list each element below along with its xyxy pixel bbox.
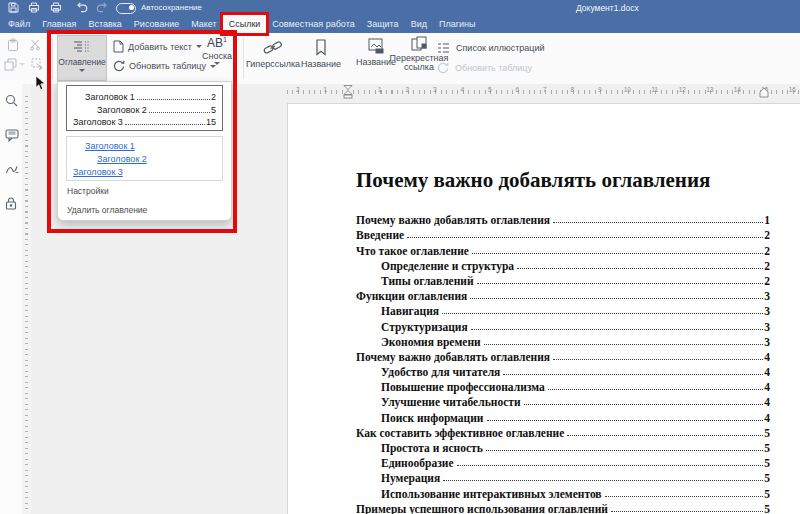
- document-page: Почему важно добавлять оглавления Почему…: [287, 103, 800, 514]
- toc-entry-page: 2: [764, 260, 770, 272]
- menu-tab[interactable]: Файл: [2, 15, 36, 33]
- toc-dropdown: Заголовок 1 2 Заголовок 2 5 Заголовок 3 …: [57, 81, 232, 221]
- menu-tab[interactable]: Макет: [185, 15, 222, 33]
- toc-entry[interactable]: Почему важно добавлять оглавления 4: [356, 348, 770, 363]
- save-icon[interactable]: [8, 2, 19, 13]
- print-icon[interactable]: [28, 2, 40, 13]
- figures-list-label: Список иллюстраций: [456, 43, 545, 53]
- toc-entry[interactable]: Поиск информации 4: [356, 408, 770, 423]
- cut-icon: [29, 38, 41, 51]
- toc-entry[interactable]: Типы оглавлений 2: [356, 272, 770, 287]
- ruler-number: 3: [421, 86, 449, 93]
- comment-icon[interactable]: [5, 129, 19, 142]
- toc-entry-text: Единообразие: [381, 457, 454, 469]
- dot-leader: [567, 435, 763, 436]
- menu-tab[interactable]: Совместная работа: [266, 15, 360, 33]
- toc-entry[interactable]: Примеры успешного использования оглавлен…: [356, 500, 770, 514]
- dot-leader: [486, 450, 764, 451]
- add-text-button[interactable]: Добавить текст: [113, 40, 202, 53]
- toc-remove-item[interactable]: Удалить оглавление: [67, 205, 147, 215]
- ruler-number: 5: [476, 86, 504, 93]
- indent-marker-right[interactable]: [759, 87, 769, 98]
- toc-entry-text: Простота и ясность: [381, 442, 483, 454]
- toc-entry-page: 4: [764, 412, 770, 424]
- left-sidebar: [0, 84, 22, 514]
- toc-entry[interactable]: Экономия времени 3: [356, 333, 770, 348]
- ruler-number: 2: [284, 86, 312, 93]
- caption-icon: [368, 38, 384, 54]
- table-of-contents: Почему важно добавлять оглавления 1 Введ…: [356, 211, 770, 514]
- toc-button[interactable]: Оглавление: [57, 35, 107, 81]
- indent-marker-left[interactable]: [343, 85, 353, 99]
- toc-preview-row: Заголовок 3 15: [73, 115, 216, 128]
- toc-entry-page: 3: [764, 336, 770, 348]
- chevron-down-icon: [19, 63, 25, 66]
- toc-entry-text: Примеры успешного использования оглавлен…: [356, 503, 608, 514]
- dot-leader: [553, 359, 763, 360]
- ruler-margin-numbers: 21: [284, 86, 339, 93]
- menu-tab[interactable]: Рисование: [128, 15, 185, 33]
- bookmark-button[interactable]: Название: [296, 39, 346, 69]
- dot-leader: [407, 237, 763, 238]
- toc-entry[interactable]: Повышение профессионализма 4: [356, 378, 770, 393]
- toc-entry[interactable]: Почему важно добавлять оглавления 1: [356, 211, 770, 226]
- toc-entry-text: Улучшение читабельности: [381, 396, 521, 408]
- dot-leader: [548, 389, 764, 390]
- quick-print-icon[interactable]: [50, 2, 62, 13]
- menu-tab[interactable]: Главная: [36, 15, 82, 33]
- toc-entry[interactable]: Определение и структура 2: [356, 257, 770, 272]
- toc-entry[interactable]: Нумерация 5: [356, 469, 770, 484]
- menu-tab[interactable]: Вид: [405, 15, 433, 33]
- toc-entry[interactable]: Простота и ясность 5: [356, 439, 770, 454]
- ruler-number: 8: [559, 86, 587, 93]
- update-table-disabled-label: Обновить таблицу: [455, 63, 532, 73]
- toc-entry[interactable]: Навигация 3: [356, 302, 770, 317]
- undo-icon[interactable]: [75, 2, 88, 13]
- toc-entry-text: Структуризация: [381, 321, 468, 333]
- menu-tab[interactable]: Плагины: [433, 15, 481, 33]
- refresh-icon: [113, 60, 125, 72]
- add-text-label: Добавить текст: [128, 42, 192, 52]
- toc-style-option-links[interactable]: Заголовок 1 Заголовок 2 Заголовок 3: [66, 136, 223, 181]
- toc-entry-text: Как составить эффективное оглавление: [356, 427, 564, 439]
- menu-tab[interactable]: Вставка: [82, 15, 127, 33]
- toc-entry-page: 5: [764, 472, 770, 484]
- toc-settings-item[interactable]: Настройки: [67, 186, 109, 196]
- autosave-toggle[interactable]: [116, 3, 136, 14]
- toc-style-option-numbered[interactable]: Заголовок 1 2 Заголовок 2 5 Заголовок 3 …: [66, 85, 223, 131]
- toc-entry[interactable]: Улучшение читабельности 4: [356, 393, 770, 408]
- menu-tab[interactable]: Защита: [361, 15, 405, 33]
- search-icon[interactable]: [5, 94, 18, 107]
- toc-link-label: Заголовок 2: [97, 154, 147, 164]
- toc-entry-text: Навигация: [381, 305, 439, 317]
- toc-entry[interactable]: Что такое оглавление 2: [356, 241, 770, 256]
- dot-leader: [470, 298, 763, 299]
- toc-link-row: Заголовок 2: [73, 154, 216, 167]
- toc-entry[interactable]: Функции оглавления 3: [356, 287, 770, 302]
- figures-list-button[interactable]: Список иллюстраций: [437, 42, 545, 54]
- toc-entry[interactable]: Как составить эффективное оглавление 5: [356, 424, 770, 439]
- toc-entry-text: Что такое оглавление: [356, 245, 469, 257]
- select-icon: [31, 58, 43, 71]
- toc-entry-text: Типы оглавлений: [381, 275, 474, 287]
- toc-entry[interactable]: Использование интерактивных элементов 5: [356, 484, 770, 499]
- toc-entry[interactable]: Единообразие 5: [356, 454, 770, 469]
- bookmark-icon: [315, 39, 327, 56]
- toc-link-row: Заголовок 1: [73, 141, 216, 154]
- hyperlink-icon: [263, 39, 283, 56]
- footnote-button[interactable]: AB1 Сноска: [194, 36, 240, 65]
- bookmark-label: Название: [301, 59, 341, 69]
- toc-entry-text: Введение: [356, 229, 404, 241]
- toc-entry[interactable]: Введение 2: [356, 226, 770, 241]
- lock-icon[interactable]: [5, 196, 17, 210]
- toc-entry[interactable]: Структуризация 3: [356, 317, 770, 332]
- toc-entry-text: Использование интерактивных элементов: [381, 488, 602, 500]
- dot-leader: [517, 268, 763, 269]
- redo-icon: [96, 2, 109, 13]
- toc-link-row: Заголовок 3: [73, 167, 216, 180]
- toc-link-label: Заголовок 3: [73, 167, 123, 177]
- toc-entry[interactable]: Удобство для читателя 4: [356, 363, 770, 378]
- menu-tab[interactable]: Ссылки: [223, 15, 267, 33]
- ruler-number: 16: [779, 86, 800, 93]
- review-pen-icon[interactable]: [5, 163, 19, 175]
